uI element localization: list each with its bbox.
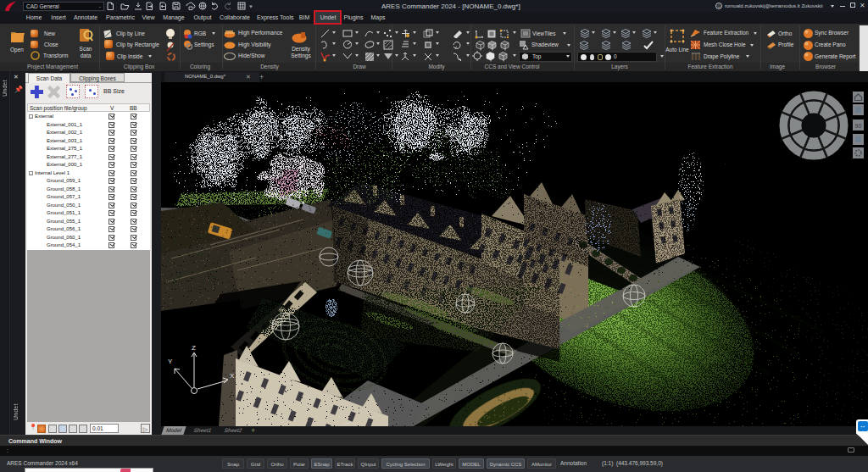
svg-text:Z: Z bbox=[192, 344, 196, 352]
svg-text:90: 90 bbox=[855, 123, 862, 129]
svg-text:Y: Y bbox=[168, 358, 173, 365]
svg-text:X: X bbox=[230, 372, 235, 380]
